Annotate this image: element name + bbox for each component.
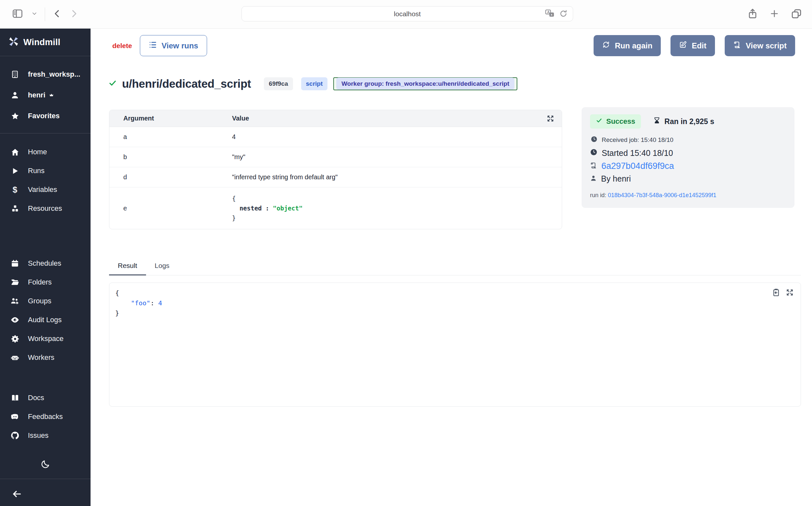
sidebar-item-variables[interactable]: $ Variables (0, 180, 91, 199)
discord-icon (10, 412, 19, 421)
robot-icon (10, 353, 19, 362)
collapse-sidebar-button[interactable] (0, 489, 91, 501)
table-row: a 4 (109, 127, 562, 147)
started-row: Started 15:40 18/10 (590, 149, 786, 158)
star-icon (10, 112, 19, 120)
hourglass-icon (653, 116, 661, 126)
sidebar-item-issues[interactable]: Issues (0, 426, 91, 445)
script-icon (590, 161, 597, 171)
sidebar-item-docs[interactable]: Docs (0, 389, 91, 407)
user-name: henri (28, 91, 45, 99)
expand-result-icon[interactable] (785, 288, 794, 298)
success-check-icon (108, 79, 117, 89)
arg-name: b (109, 153, 232, 161)
share-icon[interactable] (747, 7, 758, 21)
sidebar-toggle-icon[interactable] (11, 8, 24, 20)
book-icon (10, 394, 19, 402)
script-icon (733, 40, 741, 51)
tab-logs[interactable]: Logs (146, 262, 179, 275)
logo[interactable]: Windmill (0, 28, 91, 56)
person-icon (590, 174, 597, 183)
sidebar-item-resources[interactable]: Resources (0, 199, 91, 218)
brace-close: } (115, 309, 119, 317)
run-id-link[interactable]: 018b4304-7b3f-548a-9006-d1e1452599f1 (608, 192, 716, 198)
sidebar-item-label: Workers (28, 353, 55, 362)
kind-badge: script (301, 77, 328, 90)
job-id-row: 6a297b04df69f9ca (590, 161, 786, 171)
brace-close: } (232, 215, 236, 222)
object-value: "object" (273, 204, 303, 212)
result-tabs: Result Logs (109, 262, 801, 275)
worker-group-box[interactable]: Worker group: fresh_workspace:u/henri/de… (333, 77, 517, 90)
sidebar-item-runs[interactable]: Runs (0, 161, 91, 180)
tab-overview-icon[interactable] (791, 8, 802, 21)
check-icon (596, 117, 602, 126)
building-icon (10, 70, 19, 79)
table-row: e { nested : "object"} (109, 187, 562, 229)
by-label: By henri (601, 174, 631, 183)
run-info-card: Success Ran in 2,925 s Received job: 15:… (582, 107, 795, 208)
list-icon (148, 40, 157, 51)
sidebar-item-workspace-selector[interactable]: fresh_worksp... (0, 66, 91, 83)
view-script-label: View script (746, 41, 787, 50)
back-button[interactable] (52, 9, 62, 20)
sidebar-item-audit-logs[interactable]: Audit Logs (0, 311, 91, 329)
sidebar-divider (0, 133, 91, 134)
sidebar-item-favorites[interactable]: Favorites (0, 107, 91, 124)
gear-icon (10, 335, 19, 343)
run-again-button[interactable]: Run again (594, 35, 661, 56)
windmill-logo-icon (8, 36, 19, 49)
arg-value: 4 (232, 133, 236, 141)
received-row: Received job: 15:40 18/10 (590, 136, 786, 144)
edit-label: Edit (692, 41, 706, 50)
view-runs-button[interactable]: View runs (140, 35, 207, 56)
edit-button[interactable]: Edit (671, 35, 715, 56)
chevron-down-icon[interactable] (31, 10, 38, 18)
arg-name: d (109, 173, 232, 181)
reload-icon[interactable] (559, 9, 568, 19)
arguments-table: Argument Value a 4 b "my" d "inferred ty… (109, 110, 562, 229)
crown-icon (49, 91, 54, 99)
folder-icon (10, 278, 19, 287)
arrow-left-icon (12, 495, 22, 500)
sidebar-item-label: Workspace (28, 335, 64, 343)
copy-to-clipboard-icon[interactable] (772, 288, 781, 298)
dark-mode-toggle[interactable] (0, 459, 91, 470)
delete-button[interactable]: delete (112, 42, 132, 50)
view-script-button[interactable]: View script (725, 35, 795, 56)
sidebar-item-workspace-settings[interactable]: Workspace (0, 329, 91, 348)
divider (45, 7, 45, 21)
json-key: "foo" (131, 299, 150, 307)
object-key[interactable]: nested (239, 204, 262, 212)
sidebar-item-feedbacks[interactable]: Feedbacks (0, 407, 91, 426)
new-tab-icon[interactable] (769, 8, 780, 20)
job-id-link[interactable]: 6a297b04df69f9ca (601, 161, 674, 171)
forward-button[interactable] (69, 9, 79, 20)
json-value: 4 (158, 299, 162, 307)
sidebar-item-groups[interactable]: Groups (0, 291, 91, 311)
result-panel: { "foo": 4} (109, 282, 801, 407)
github-icon (10, 431, 19, 440)
sidebar-footer-divider (0, 479, 91, 479)
workspace-name: fresh_worksp... (28, 70, 80, 79)
sidebar-item-user[interactable]: henri (0, 87, 91, 104)
edit-icon (679, 40, 687, 51)
logo-text: Windmill (23, 37, 60, 48)
sidebar-item-label: Variables (28, 185, 57, 194)
refresh-icon (602, 40, 610, 51)
translate-icon[interactable]: Ax (545, 9, 554, 19)
arguments-table-header: Argument Value (109, 110, 562, 127)
url-bar[interactable]: localhost Ax (241, 6, 573, 21)
sidebar-item-label: Home (28, 148, 47, 156)
sidebar-item-workers[interactable]: Workers (0, 348, 91, 367)
sidebar-item-folders[interactable]: Folders (0, 273, 91, 291)
sidebar-item-schedules[interactable]: Schedules (0, 254, 91, 273)
expand-table-icon[interactable] (546, 114, 554, 124)
table-row: d "inferred type string from default arg… (109, 167, 562, 187)
users-icon (10, 297, 19, 306)
started-label: Started 15:40 18/10 (602, 149, 673, 158)
sidebar-item-home[interactable]: Home (0, 143, 91, 161)
tab-result[interactable]: Result (109, 262, 146, 275)
sidebar-item-label: Schedules (28, 259, 61, 268)
sidebar-item-label: Feedbacks (28, 413, 63, 421)
